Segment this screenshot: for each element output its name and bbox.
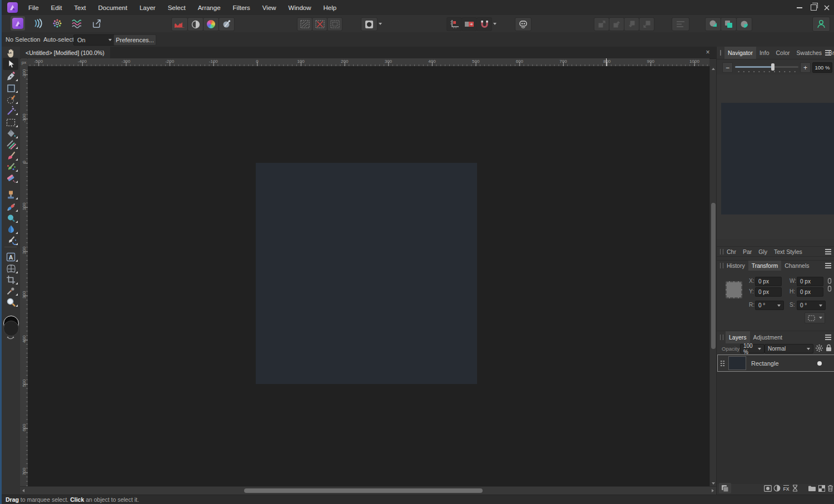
auto-colour-button[interactable] bbox=[203, 17, 219, 31]
menu-help[interactable]: Help bbox=[317, 0, 342, 15]
menu-filters[interactable]: Filters bbox=[227, 0, 256, 15]
adjustment-layer-button[interactable] bbox=[773, 484, 781, 492]
tab-navigator[interactable]: Navigator bbox=[724, 47, 756, 59]
scroll-right-arrow[interactable] bbox=[712, 489, 714, 492]
fill-colour-swatch[interactable] bbox=[3, 321, 19, 336]
panel-grip[interactable] bbox=[720, 335, 723, 340]
tab-history[interactable]: History bbox=[723, 261, 748, 271]
deselect-button[interactable] bbox=[297, 17, 312, 31]
auto-white-balance-button[interactable] bbox=[219, 17, 235, 31]
cancel-selection-button[interactable] bbox=[312, 17, 327, 31]
new-layer-button[interactable] bbox=[817, 484, 826, 492]
move-tool[interactable] bbox=[3, 58, 18, 70]
panel-menu-icon[interactable] bbox=[825, 249, 831, 255]
layer-visibility-toggle[interactable] bbox=[817, 361, 822, 366]
layer-row-rectangle[interactable]: Rectangle bbox=[717, 355, 834, 372]
anchor-point-selector[interactable] bbox=[726, 281, 742, 298]
vertical-scroll-thumb[interactable] bbox=[711, 203, 716, 349]
insert-inside-button[interactable] bbox=[736, 17, 752, 31]
insert-on-top-button[interactable] bbox=[721, 17, 737, 31]
tab-transform[interactable]: Transform bbox=[748, 261, 781, 271]
swap-colours-icon[interactable] bbox=[7, 336, 14, 341]
layer-handle-dots-icon[interactable] bbox=[720, 360, 725, 367]
zoom-value[interactable]: 100 % bbox=[812, 62, 832, 73]
flood-fill-tool[interactable] bbox=[2, 128, 20, 139]
colour-replacement-brush-tool[interactable] bbox=[2, 161, 20, 173]
artistic-text-tool[interactable]: A bbox=[2, 251, 20, 263]
menu-text[interactable]: Text bbox=[68, 0, 92, 15]
transform-mode-dropdown[interactable] bbox=[817, 312, 825, 323]
auto-select-dropdown[interactable]: On bbox=[73, 34, 116, 46]
smudge-tool[interactable] bbox=[2, 234, 20, 246]
zoom-slider-thumb[interactable] bbox=[771, 63, 775, 71]
clone-stamp-tool[interactable] bbox=[2, 189, 20, 201]
duplicate-layer-button[interactable] bbox=[719, 483, 731, 493]
x-input[interactable]: 0 px bbox=[755, 277, 782, 286]
close-document-button[interactable]: × bbox=[704, 48, 712, 56]
erase-brush-tool[interactable] bbox=[2, 172, 20, 184]
zoom-out-button[interactable]: − bbox=[722, 62, 733, 73]
live-filter-button[interactable] bbox=[791, 484, 799, 492]
fx-button[interactable]: FX bbox=[782, 484, 791, 492]
zoom-tool[interactable] bbox=[2, 296, 20, 308]
layers-list[interactable]: Rectangle bbox=[717, 355, 834, 484]
minimize-button[interactable] bbox=[794, 3, 805, 12]
colour-selector[interactable] bbox=[2, 316, 19, 340]
rectangular-marquee-tool[interactable] bbox=[2, 117, 20, 128]
auto-levels-button[interactable] bbox=[171, 17, 188, 31]
layer-thumbnail[interactable] bbox=[728, 356, 746, 370]
panel-grip[interactable] bbox=[720, 50, 721, 56]
horizontal-scrollbar[interactable] bbox=[20, 486, 716, 495]
link-dimensions-icon[interactable] bbox=[827, 278, 832, 292]
delete-layer-button[interactable] bbox=[826, 484, 834, 492]
menu-document[interactable]: Document bbox=[92, 0, 133, 15]
guides-button[interactable] bbox=[446, 17, 462, 31]
navigator-preview[interactable] bbox=[717, 74, 834, 239]
blend-mode-dropdown[interactable]: Normal bbox=[765, 344, 813, 353]
menu-file[interactable]: File bbox=[22, 0, 45, 15]
mesh-warp-tool[interactable] bbox=[2, 263, 20, 275]
crop-tool[interactable] bbox=[2, 274, 20, 286]
auto-contrast-button[interactable] bbox=[187, 17, 203, 31]
r-select[interactable]: 0 ° bbox=[755, 301, 784, 310]
preferences-button[interactable]: Preferences... bbox=[113, 34, 156, 46]
tab-glyph[interactable]: Gly bbox=[755, 247, 771, 256]
scroll-down-arrow[interactable] bbox=[712, 482, 715, 485]
scroll-left-arrow[interactable] bbox=[22, 489, 24, 492]
y-input[interactable]: 0 px bbox=[755, 287, 782, 297]
flood-select-tool[interactable] bbox=[2, 104, 20, 116]
tab-channels[interactable]: Channels bbox=[781, 261, 812, 271]
snapping-button[interactable] bbox=[476, 17, 492, 31]
scroll-up-arrow[interactable] bbox=[712, 68, 715, 70]
layer-settings-gear-icon[interactable] bbox=[816, 345, 823, 352]
menu-select[interactable]: Select bbox=[162, 0, 192, 15]
rectangle-tool[interactable] bbox=[2, 82, 20, 94]
menu-layer[interactable]: Layer bbox=[133, 0, 162, 15]
paint-brush-tool[interactable] bbox=[2, 150, 20, 162]
tab-swatches[interactable]: Swatches bbox=[793, 47, 826, 59]
panel-menu-icon[interactable] bbox=[825, 263, 831, 268]
tab-color[interactable]: Color bbox=[772, 47, 793, 59]
refine-selection-button[interactable] bbox=[327, 17, 342, 31]
colour-picker-tool[interactable] bbox=[2, 285, 20, 297]
canvas-viewport[interactable] bbox=[28, 66, 709, 486]
blur-tool[interactable] bbox=[2, 212, 20, 224]
view-tool[interactable] bbox=[2, 47, 20, 59]
mask-insert-button[interactable] bbox=[361, 17, 378, 31]
tab-character[interactable]: Chr bbox=[723, 247, 739, 256]
sharpen-tool[interactable] bbox=[2, 223, 20, 235]
h-input[interactable]: 0 px bbox=[797, 287, 823, 297]
develop-persona-button[interactable] bbox=[50, 16, 64, 31]
panel-menu-icon[interactable] bbox=[825, 335, 831, 340]
menu-edit[interactable]: Edit bbox=[45, 0, 68, 15]
menu-view[interactable]: View bbox=[256, 0, 282, 15]
tab-info[interactable]: Info bbox=[756, 47, 773, 59]
opacity-dropdown[interactable]: 100 % bbox=[740, 344, 765, 353]
zoom-slider[interactable] bbox=[735, 62, 798, 72]
panel-menu-icon[interactable] bbox=[825, 50, 831, 56]
tab-adjustment[interactable]: Adjustment bbox=[750, 331, 786, 343]
mask-layer-button[interactable] bbox=[763, 484, 772, 492]
close-window-button[interactable] bbox=[821, 3, 832, 12]
lock-icon[interactable] bbox=[826, 344, 832, 352]
freehand-selection-tool[interactable] bbox=[2, 93, 20, 105]
